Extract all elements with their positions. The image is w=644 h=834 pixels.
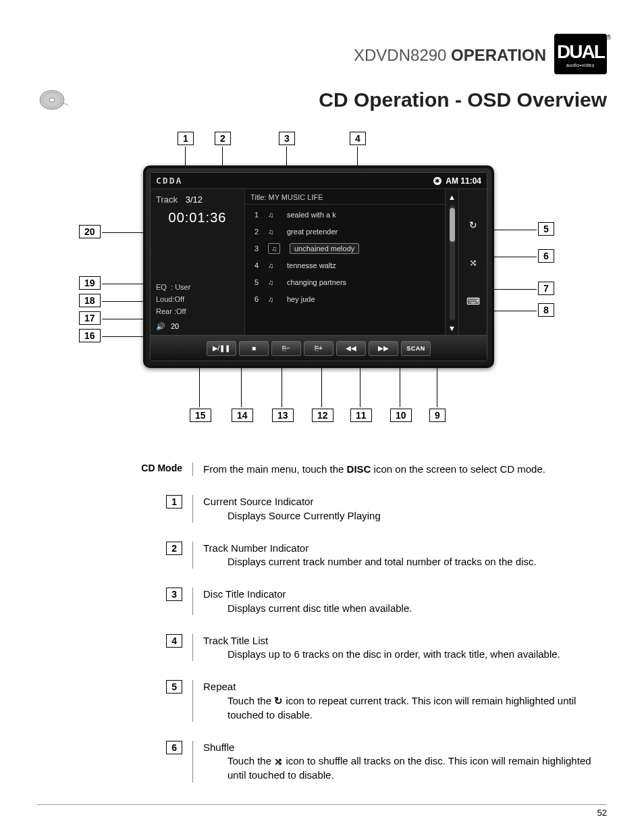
page-up-icon: ⎘+: [315, 344, 323, 352]
cd-disc-icon: [37, 88, 71, 111]
svg-point-2: [49, 98, 55, 102]
callout-5: 5: [538, 222, 554, 236]
brand-name: DUAL: [557, 41, 604, 63]
track-row[interactable]: 5♫changing partners: [248, 273, 442, 290]
note-icon: ♫: [268, 211, 277, 219]
page-down-button[interactable]: ⎘−: [271, 341, 301, 356]
left-panel: Track 3/12 00:01:36 EQ : User Loud:Off R…: [151, 189, 245, 336]
track-number: Track 3/12: [156, 194, 239, 205]
repeat-icon: ↻: [469, 219, 477, 230]
desc-row: 5RepeatTouch the ↻ icon to repeat curren…: [105, 673, 607, 734]
note-icon: ♫: [268, 243, 280, 254]
desc-row: 1Current Source IndicatorDisplays Source…: [105, 488, 607, 535]
elapsed-time: 00:01:36: [156, 210, 239, 226]
desc-number-cell: 6: [105, 741, 192, 783]
track-row[interactable]: 4♫tennesse waltz: [248, 257, 442, 273]
desc-label-cdmode: CD Mode: [105, 463, 192, 476]
desc-text-cell: Track Title ListDisplays up to 6 tracks …: [193, 634, 607, 662]
callout-7: 7: [538, 282, 554, 295]
callout-17: 17: [79, 311, 101, 325]
callout-20: 20: [79, 225, 101, 238]
play-pause-button[interactable]: ▶/❚❚: [207, 341, 236, 356]
desc-text-cell: Track Number IndicatorDisplays current t…: [193, 542, 607, 569]
page-title: CD Operation - OSD Overview: [71, 88, 607, 111]
next-track-button[interactable]: ▶▶: [369, 341, 398, 356]
callout-11: 11: [350, 409, 372, 422]
prev-track-button[interactable]: ◀◀: [336, 341, 366, 356]
desc-text-cdmode: From the main menu, touch the DISC icon …: [193, 463, 607, 476]
disc-title: Title: MY MUSIC LIFE: [245, 190, 445, 205]
callout-8: 8: [538, 303, 554, 317]
desc-number-cell: 1: [105, 495, 192, 523]
desc-row: 6ShuffleTouch the ⤭ icon to shuffle all …: [105, 734, 607, 795]
scroll-up-icon[interactable]: ▲: [448, 193, 456, 201]
speaker-icon: 🔊: [156, 320, 165, 332]
track-list-panel: Title: MY MUSIC LIFE 1♫sealed with a k 2…: [245, 189, 445, 336]
desc-number-cell: 3: [105, 588, 192, 615]
callout-2: 2: [215, 132, 231, 145]
note-icon: ♫: [268, 228, 277, 236]
scroll-down-icon[interactable]: ▼: [448, 324, 456, 332]
track-row[interactable]: 1♫sealed with a k: [248, 206, 442, 223]
callout-12: 12: [312, 409, 333, 422]
callout-18: 18: [79, 294, 101, 307]
track-row[interactable]: 6♫hey jude: [248, 290, 442, 307]
osd-diagram: 1 2 3 4 20 19 18 17 16 5 6 7 8 15 14 13 …: [65, 132, 579, 429]
brand-sub: audio•video: [566, 63, 595, 68]
callout-4: 4: [350, 132, 366, 145]
desc-text-cell: ShuffleTouch the ⤭ icon to shuffle all t…: [193, 741, 607, 783]
bluetooth-icon: ✱: [433, 177, 441, 185]
page-up-button[interactable]: ⎘+: [304, 341, 333, 356]
keypad-icon: ⌨: [466, 296, 480, 307]
bottom-toolbar: ▶/❚❚ ■ ⎘− ⎘+ ◀◀ ▶▶ SCAN: [151, 335, 487, 361]
scan-button[interactable]: SCAN: [401, 341, 431, 356]
callout-19: 19: [79, 276, 101, 290]
model-number: XDVDN8290: [354, 46, 446, 64]
clock: AM 11:04: [446, 176, 481, 186]
repeat-icon: ↻: [274, 694, 283, 708]
callout-14: 14: [232, 409, 253, 422]
shuffle-icon: ⤭: [469, 257, 477, 268]
note-icon: ♫: [268, 261, 277, 269]
stop-button[interactable]: ■: [239, 341, 269, 356]
shuffle-icon: ⤭: [274, 755, 283, 768]
note-icon: ♫: [268, 278, 277, 286]
track-row[interactable]: 2♫great pretender: [248, 223, 442, 240]
scrollbar[interactable]: ▲ ▼: [445, 189, 458, 336]
osd-top-bar: CDDA ✱ AM 11:04: [151, 173, 487, 189]
page-number: 52: [597, 808, 607, 818]
title-row: CD Operation - OSD Overview: [37, 88, 607, 111]
shuffle-button[interactable]: ⤭: [463, 255, 483, 271]
brand-logo: DUAL audio•video: [554, 34, 607, 74]
play-pause-icon: ▶/❚❚: [213, 344, 231, 352]
description-table: CD Mode From the main menu, touch the DI…: [105, 456, 607, 795]
rewind-icon: ◀◀: [346, 344, 356, 352]
desc-row: 2Track Number IndicatorDisplays current …: [105, 535, 607, 581]
desc-row: 4Track Title ListDisplays up to 6 tracks…: [105, 627, 607, 674]
desc-number-cell: 5: [105, 680, 192, 722]
settings-block: EQ : User Loud:Off Rear :Off 🔊 20: [156, 281, 239, 332]
callout-3: 3: [279, 132, 295, 145]
desc-text-cell: RepeatTouch the ↻ icon to repeat current…: [193, 680, 607, 722]
osd-device: CDDA ✱ AM 11:04 Track 3/12 00:01:36 EQ :…: [143, 165, 494, 368]
callout-10: 10: [390, 409, 412, 422]
keypad-button[interactable]: ⌨: [463, 293, 483, 309]
callout-13: 13: [272, 409, 294, 422]
track-row-selected[interactable]: 3♫unchained melody: [248, 240, 442, 257]
source-indicator: CDDA: [156, 176, 182, 186]
callout-6: 6: [538, 249, 554, 263]
callout-9: 9: [429, 409, 446, 422]
repeat-button[interactable]: ↻: [463, 217, 483, 233]
volume-row: 🔊 20: [156, 320, 239, 332]
callout-1: 1: [178, 132, 194, 145]
stop-icon: ■: [252, 344, 256, 352]
desc-number-cell: 2: [105, 542, 192, 569]
desc-text-cell: Current Source IndicatorDisplays Source …: [193, 495, 607, 523]
note-icon: ♫: [268, 295, 277, 303]
callout-16: 16: [79, 329, 101, 342]
page-header: XDVDN8290 OPERATION DUAL audio•video: [37, 34, 607, 74]
header-text: XDVDN8290 OPERATION: [354, 34, 546, 65]
desc-row: 3Disc Title IndicatorDisplays current di…: [105, 581, 607, 627]
callout-15: 15: [190, 409, 211, 422]
header-operation: OPERATION: [451, 46, 546, 64]
